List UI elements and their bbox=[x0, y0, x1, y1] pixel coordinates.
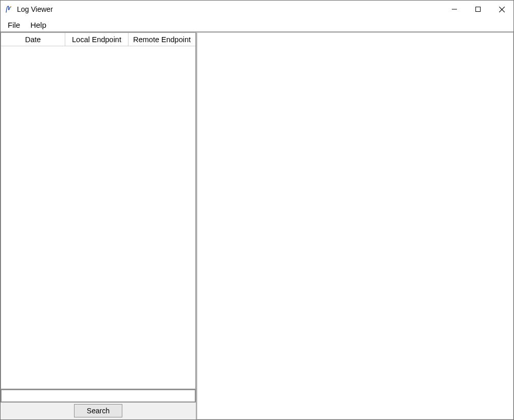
title-bar: Log Viewer bbox=[1, 1, 513, 18]
left-pane: Date Local Endpoint Remote Endpoint Sear… bbox=[1, 32, 197, 419]
button-row: Search bbox=[1, 403, 196, 419]
menu-file[interactable]: File bbox=[3, 20, 25, 30]
column-header-local-endpoint[interactable]: Local Endpoint bbox=[65, 33, 128, 46]
log-table[interactable]: Date Local Endpoint Remote Endpoint bbox=[1, 32, 196, 389]
minimize-button[interactable] bbox=[443, 1, 466, 18]
menu-bar: File Help bbox=[1, 18, 513, 31]
maximize-button[interactable] bbox=[466, 1, 490, 18]
search-row bbox=[1, 389, 196, 403]
window-controls bbox=[443, 1, 513, 18]
maximize-icon bbox=[475, 7, 481, 12]
minimize-icon bbox=[452, 7, 457, 12]
search-button[interactable]: Search bbox=[74, 404, 122, 417]
column-header-remote-endpoint[interactable]: Remote Endpoint bbox=[128, 33, 195, 46]
svg-rect-1 bbox=[476, 7, 481, 12]
client-area: Date Local Endpoint Remote Endpoint Sear… bbox=[1, 31, 513, 419]
app-window: Log Viewer File Help Date Local Endpoint… bbox=[0, 0, 514, 420]
close-icon bbox=[499, 7, 505, 12]
column-header-date[interactable]: Date bbox=[1, 33, 65, 46]
table-header: Date Local Endpoint Remote Endpoint bbox=[1, 33, 195, 46]
window-title: Log Viewer bbox=[17, 5, 53, 13]
detail-pane[interactable] bbox=[197, 32, 513, 419]
app-icon bbox=[5, 5, 13, 13]
search-input[interactable] bbox=[1, 389, 196, 403]
close-button[interactable] bbox=[490, 1, 513, 18]
menu-help[interactable]: Help bbox=[25, 20, 51, 30]
